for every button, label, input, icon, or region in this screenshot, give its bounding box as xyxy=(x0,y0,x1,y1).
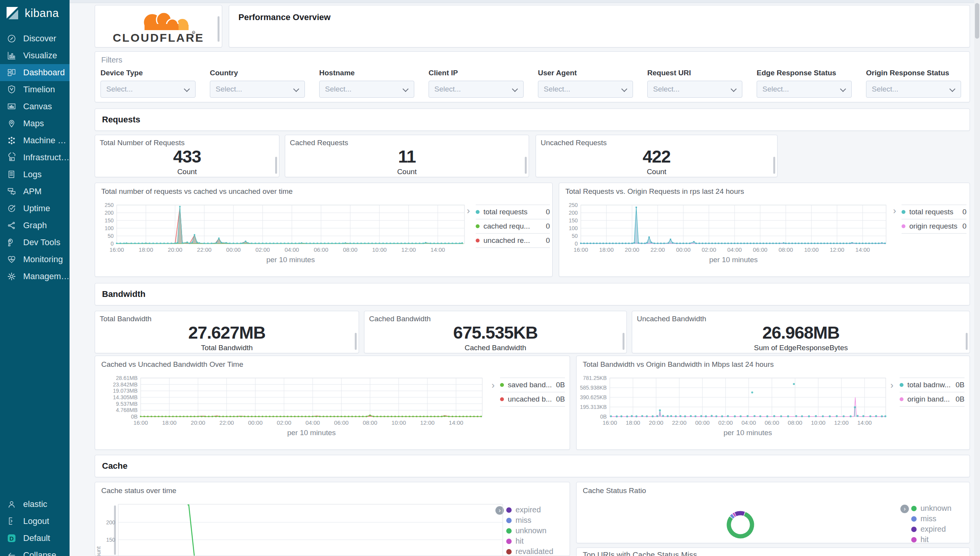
sidebar-item-timelion[interactable]: Timelion xyxy=(0,81,70,98)
sidebar-item-default[interactable]: DDefault xyxy=(0,530,70,547)
legend-color-dot xyxy=(911,527,917,532)
legend-label: origin requests xyxy=(909,222,958,231)
legend-item-total-requests[interactable]: total requests0 xyxy=(476,205,550,219)
panel-title: Top URIs with Cache Status Miss xyxy=(583,551,697,556)
filter-select-device-type[interactable]: Select... xyxy=(100,81,196,98)
svg-text:10:00: 10:00 xyxy=(391,419,406,426)
legend-item-hit[interactable]: hit xyxy=(506,536,568,546)
legend-toggle-icon[interactable]: › xyxy=(893,206,896,215)
infrastructure-icon xyxy=(6,152,17,163)
sidebar-item-elastic[interactable]: elastic xyxy=(0,496,70,513)
sidebar-item-machine-le[interactable]: Machine Le... xyxy=(0,132,70,149)
sidebar-item-label: Discover xyxy=(23,34,56,44)
sidebar-item-apm[interactable]: APM xyxy=(0,183,70,200)
kpi-value: 422 xyxy=(536,147,777,167)
sidebar-item-monitoring[interactable]: Monitoring xyxy=(0,251,70,268)
sidebar-item-infrastructure[interactable]: Infrastructure xyxy=(0,149,70,166)
filter-select-origin-response-status[interactable]: Select... xyxy=(866,81,961,98)
panel-scrollbar[interactable] xyxy=(966,333,968,350)
panel-scrollbar[interactable] xyxy=(623,333,624,350)
sidebar-item-management[interactable]: Management xyxy=(0,268,70,285)
legend-item-uncached-re-[interactable]: uncached re...0 xyxy=(476,233,550,247)
legend-item-expired[interactable]: expired xyxy=(911,524,965,534)
kpi-uncached-bandwidth: Uncached Bandwidth 26.968MB Sum of EdgeR… xyxy=(632,311,970,353)
svg-text:28.61MB: 28.61MB xyxy=(116,375,138,381)
svg-text:0B: 0B xyxy=(600,414,607,420)
legend-toggle-icon[interactable]: › xyxy=(492,381,495,390)
sidebar-item-label: Logs xyxy=(23,170,42,180)
svg-text:250: 250 xyxy=(569,202,578,208)
legend-toggle-icon[interactable]: › xyxy=(467,206,470,215)
svg-text:16:00: 16:00 xyxy=(602,419,617,426)
filter-group-country: CountrySelect... xyxy=(210,69,306,98)
filter-label: Hostname xyxy=(319,69,416,77)
svg-text:12:00: 12:00 xyxy=(402,246,416,253)
panel-scrollbar[interactable] xyxy=(525,157,527,174)
svg-text:08:00: 08:00 xyxy=(343,246,358,253)
sidebar-item-canvas[interactable]: Canvas xyxy=(0,98,70,115)
legend-item-total-badnw-[interactable]: total badnw...0B xyxy=(900,378,965,392)
kibana-logo[interactable]: kibana xyxy=(0,0,70,27)
legend-item-expired[interactable]: expired xyxy=(506,505,568,515)
legend-item-saved-band-[interactable]: saved band...0B xyxy=(500,378,565,392)
sidebar-item-collapse[interactable]: Collapse xyxy=(0,547,70,556)
svg-text:0: 0 xyxy=(111,241,114,247)
filter-select-hostname[interactable]: Select... xyxy=(319,81,414,98)
page-scrollbar-thumb[interactable] xyxy=(975,3,979,39)
filter-select-edge-response-status[interactable]: Select... xyxy=(757,81,852,98)
legend-item-unknown[interactable]: unknown xyxy=(506,525,568,536)
svg-text:per 10 minutes: per 10 minutes xyxy=(723,429,772,437)
legend-item-miss[interactable]: miss xyxy=(911,514,965,524)
svg-text:06:00: 06:00 xyxy=(334,419,349,426)
sidebar-item-logout[interactable]: Logout xyxy=(0,513,70,530)
sidebar-item-label: Uptime xyxy=(23,203,50,214)
sidebar-item-label: Timelion xyxy=(23,85,55,95)
panel-scrollbar[interactable] xyxy=(773,157,775,174)
sidebar-item-dev-tools[interactable]: Dev Tools xyxy=(0,234,70,251)
legend-item-cached-requ-[interactable]: cached requ...0 xyxy=(476,219,550,233)
svg-text:20:00: 20:00 xyxy=(191,419,206,426)
sidebar-item-visualize[interactable]: Visualize xyxy=(0,47,70,64)
legend-value: 0 xyxy=(546,236,550,245)
svg-text:10:00: 10:00 xyxy=(804,246,819,253)
filter-select-country[interactable]: Select... xyxy=(210,81,305,98)
sidebar-item-maps[interactable]: Maps xyxy=(0,115,70,132)
page-scrollbar[interactable] xyxy=(974,0,980,556)
legend-toggle-icon[interactable]: › xyxy=(890,381,893,390)
kibana-logo-icon xyxy=(5,6,19,20)
kpi-title: Total Number of Requests xyxy=(100,139,185,147)
sidebar-item-discover[interactable]: Discover xyxy=(0,30,70,47)
legend-item-origin-band-[interactable]: origin band...0B xyxy=(900,392,965,406)
sidebar-item-label: elastic xyxy=(23,499,47,509)
legend-item-total-requests[interactable]: total requests0 xyxy=(902,205,966,219)
svg-text:150: 150 xyxy=(106,537,116,543)
panel-scrollbar[interactable] xyxy=(355,333,357,350)
svg-text:150: 150 xyxy=(569,217,578,224)
legend-item-unknown[interactable]: unknown xyxy=(911,503,965,514)
sidebar-item-label: Dev Tools xyxy=(23,237,60,247)
legend-item-hit[interactable]: hit xyxy=(911,534,965,543)
legend-item-origin-requests[interactable]: origin requests0 xyxy=(902,219,966,233)
filter-select-user-agent[interactable]: Select... xyxy=(538,81,633,98)
filter-select-client-ip[interactable]: Select... xyxy=(429,81,524,98)
kpi-title: Uncached Bandwidth xyxy=(637,315,706,323)
sidebar-item-dashboard[interactable]: Dashboard xyxy=(0,64,70,81)
legend-toggle-icon[interactable]: › xyxy=(900,505,909,513)
panel-scrollbar[interactable] xyxy=(218,16,219,42)
legend-item-revalidated[interactable]: revalidated xyxy=(506,546,568,556)
sidebar-item-graph[interactable]: Graph xyxy=(0,217,70,234)
space-default-icon: D xyxy=(6,533,17,544)
svg-text:18:00: 18:00 xyxy=(139,246,153,253)
sidebar-item-logs[interactable]: Logs xyxy=(0,166,70,183)
legend-item-uncached-b-[interactable]: uncached b...0B xyxy=(500,392,565,406)
chart-bandwidth-vs-origin: Total Bandwidth vs Origin Bandwidth in M… xyxy=(576,356,970,450)
filter-select-request-uri[interactable]: Select... xyxy=(647,81,742,98)
cloudflare-logo: CLOUDFLARE R xyxy=(107,8,210,44)
legend-color-dot xyxy=(911,516,917,522)
panel-scrollbar[interactable] xyxy=(275,157,277,174)
legend-item-miss[interactable]: miss xyxy=(506,515,568,525)
svg-text:16:00: 16:00 xyxy=(109,246,124,253)
sidebar-item-uptime[interactable]: Uptime xyxy=(0,200,70,217)
legend-label: miss xyxy=(516,516,531,525)
chevron-down-icon xyxy=(621,86,628,92)
